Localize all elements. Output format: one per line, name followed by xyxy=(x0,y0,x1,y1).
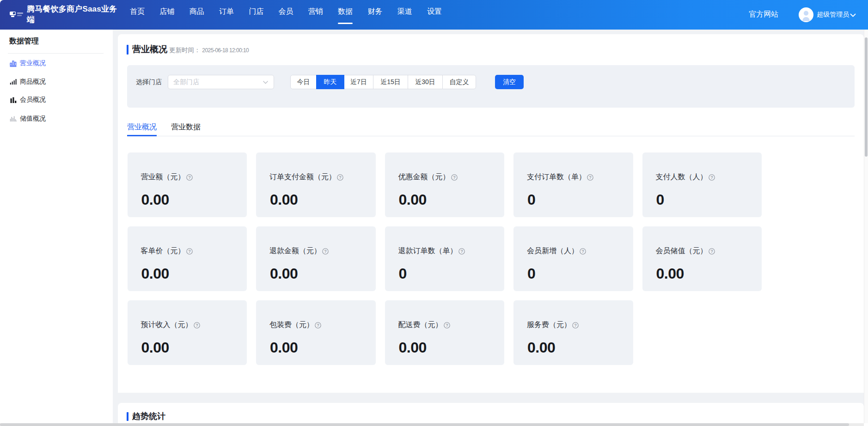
svg-text:?: ? xyxy=(581,249,584,254)
svg-text:?: ? xyxy=(460,249,463,254)
svg-text:?: ? xyxy=(196,323,198,328)
svg-text:?: ? xyxy=(339,175,341,180)
svg-text:?: ? xyxy=(324,249,326,254)
svg-text:?: ? xyxy=(188,249,190,254)
svg-text:?: ? xyxy=(710,249,713,254)
svg-text:?: ? xyxy=(317,323,319,328)
svg-text:?: ? xyxy=(710,175,713,180)
svg-text:?: ? xyxy=(589,175,591,180)
svg-text:?: ? xyxy=(453,175,455,180)
svg-text:?: ? xyxy=(188,175,190,180)
svg-text:?: ? xyxy=(574,323,576,328)
svg-text:?: ? xyxy=(446,323,448,328)
